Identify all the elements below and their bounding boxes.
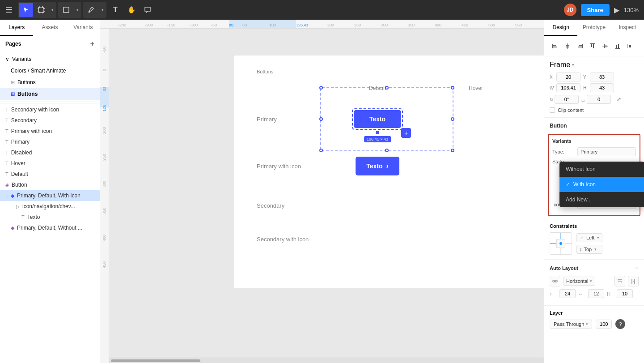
layer-hover[interactable]: T Hover [0,158,100,169]
page-item-buttons-1[interactable]: ⊞ Buttons [0,77,100,88]
align-center-v[interactable] [600,41,610,51]
w-input[interactable] [556,83,580,92]
dropdown-item-with-icon[interactable]: ✓ With Icon [559,177,644,192]
page-item-buttons-2[interactable]: ⊞ Buttons [0,88,100,100]
add-variant-button[interactable]: + [401,128,411,138]
primary-button-texto[interactable]: Texto [354,110,401,128]
svg-rect-22 [593,44,594,48]
select-tool[interactable] [19,3,33,17]
layer-primary-default-withicon[interactable]: ◆ Primary, Default, With Icon [0,190,100,201]
layer-secondary[interactable]: T Secondary [0,115,100,126]
auto-layout-direction-row: Horizontal ▾ |·| [550,276,639,286]
text-tool[interactable]: T [108,3,123,17]
layer-icon-nav[interactable]: ▷ icon/navigation/chev... [0,201,100,212]
canvas-area[interactable]: -280 -200 -150 -100 -50 20 50 100 126.41… [100,20,544,363]
svg-rect-15 [566,45,569,46]
help-button[interactable]: ? [615,319,625,329]
align-left-edge[interactable] [550,41,560,51]
align-top-edge[interactable] [587,41,598,51]
padding-icon: ↕ [550,291,557,296]
tab-inspect[interactable]: Inspect [611,20,644,36]
tab-design[interactable]: Design [544,20,577,36]
constraints-grid: ↔ Left ▾ ↕ Top ▾ [550,232,639,255]
alignment-section [544,36,644,56]
comment-tool[interactable] [140,3,155,17]
auto-layout-remove[interactable]: − [635,264,639,272]
hand-tool[interactable]: ✋ [124,3,139,17]
align-center-h[interactable] [562,41,573,51]
distribute-h[interactable] [625,41,636,51]
check-icon: ✓ [566,182,570,188]
layer-label: Texto [27,214,40,220]
zoom-level[interactable]: 130% [624,7,639,13]
layer-button[interactable]: ◈ Button [0,179,100,190]
text-icon: T [5,150,8,155]
align-right-edge[interactable] [575,41,585,51]
corner-input[interactable] [587,95,611,104]
shape-tool-caret[interactable]: ▾ [74,3,80,17]
opacity-input[interactable] [596,320,612,329]
primary-icon-button[interactable]: Texto › [356,157,399,175]
shape-group: ▾ [58,2,81,18]
page-label: Buttons [17,79,36,85]
spacing-button[interactable]: |·| [628,276,639,286]
horizontal-constraint[interactable]: ↔ Left ▾ [576,233,602,242]
padding-v-input[interactable] [559,289,576,298]
state-dropdown-menu[interactable]: Without Icon ✓ With Icon Add New... [559,162,644,207]
type-value[interactable]: Primary [577,147,636,156]
align-bottom-edge[interactable] [612,41,623,51]
tab-prototype[interactable]: Prototype [577,20,610,36]
canvas-content[interactable]: Buttons Default Hover Disabled Primary [109,29,544,363]
auto-layout-spacing-row: ↕ ↔ |·| [550,289,639,298]
page-item-colors[interactable]: Colors / Smart Animate [0,65,100,77]
h-input[interactable] [590,83,614,92]
frame-dropdown[interactable]: Frame ▾ [550,61,639,69]
y-input[interactable] [590,73,614,81]
layer-secondary-icon[interactable]: T Secondary with icon [0,104,100,115]
play-button[interactable]: ▶ [614,6,619,14]
frame-caret: ▾ [572,63,574,67]
page-item-variants[interactable]: ∨ Variants [0,53,100,65]
pen-tool-caret[interactable]: ▾ [99,3,106,17]
design-frame: Buttons Default Hover Disabled Primary [234,56,544,288]
col-header-disabled: Disabled [525,81,544,95]
shape-tool[interactable] [59,3,73,17]
layer-disabled[interactable]: T Disabled [0,147,100,158]
layer-default[interactable]: T Default [0,169,100,179]
vertical-constraint[interactable]: ↕ Top ▾ [576,245,602,254]
frame-tool[interactable] [34,3,48,17]
padding-h-input[interactable] [588,289,604,298]
layer-primary-default-withouticon[interactable]: ◆ Primary, Default, Without ... [0,222,100,233]
layer-primary-icon[interactable]: T Primary with icon [0,126,100,137]
w-field: W [550,83,580,92]
x-input[interactable] [556,73,580,81]
layer-primary[interactable]: T Primary [0,137,100,147]
tab-variants[interactable]: Variants [67,20,100,36]
button-text: Texto [366,162,382,170]
type-label: Type: [552,149,574,154]
resize-icon[interactable]: ⤢ [614,94,624,105]
add-page-button[interactable]: + [90,40,94,48]
bottom-scrollbar[interactable] [100,358,544,363]
pen-tool[interactable] [84,3,98,17]
wrap-button[interactable] [614,276,625,286]
layer-texto[interactable]: T Texto [0,212,100,222]
dropdown-item-without-icon[interactable]: Without Icon [559,162,644,177]
primary-button-selected[interactable]: Texto 106.41 × 43 + [352,108,403,130]
rotation-input[interactable] [555,95,579,104]
share-button[interactable]: Share [581,4,610,16]
direction-dropdown[interactable]: Horizontal ▾ [563,277,595,286]
tab-assets[interactable]: Assets [33,20,66,36]
button-section-title: Button [550,123,567,129]
gap-input[interactable] [617,289,633,298]
dropdown-item-add-new[interactable]: Add New... [559,192,644,207]
scrollbar-thumb[interactable] [111,359,200,362]
clip-content-checkbox[interactable] [550,107,555,113]
tab-layers[interactable]: Layers [0,20,33,36]
frame-tool-caret[interactable]: ▾ [49,3,55,17]
text-icon: T [5,107,8,112]
x-field: X [550,73,580,81]
auto-layout-direction-icon[interactable] [550,276,560,286]
menu-icon[interactable]: ☰ [5,5,13,15]
layer-mode-dropdown[interactable]: Pass Through ▾ [550,320,592,329]
